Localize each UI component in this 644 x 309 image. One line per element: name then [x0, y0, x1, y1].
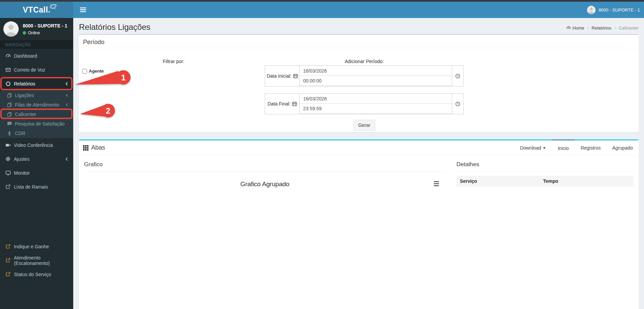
sidebar-item-label: Filas de Atendimento — [15, 102, 59, 108]
external-link-icon — [5, 258, 11, 263]
sidebar-item-dashboard[interactable]: Dashboard — [0, 49, 73, 63]
status-label: Online — [28, 31, 40, 35]
breadcrumb: Home > Relatórios > Callcenter — [566, 25, 639, 31]
chart-context-menu-icon[interactable] — [434, 181, 439, 187]
grafico-section-title: Grafico — [84, 159, 446, 172]
sidebar-item-label: CDR — [15, 131, 25, 136]
sidebar-item-video-conferencia[interactable]: Video Conferência — [0, 138, 73, 152]
tab-bar: Download Inicio Registros Agrupado — [514, 139, 639, 154]
files-icon — [7, 112, 12, 117]
chevron-left-icon — [66, 103, 68, 107]
sidebar-item-relatorios[interactable]: Relatórios — [0, 77, 73, 91]
chevron-left-icon — [65, 82, 68, 86]
grafico-section: Grafico Grafico Agrupado — [84, 159, 451, 288]
sidebar-item-status-do-servico[interactable]: Status do Serviço — [0, 267, 73, 281]
download-dropdown[interactable]: Download — [514, 139, 551, 154]
sidebar-item-label: Relatórios — [14, 81, 35, 86]
sidebar-item-label: Lista de Ramais — [14, 184, 48, 190]
files-icon — [7, 93, 12, 98]
grouped-chart: Grafico Agrupado — [84, 176, 446, 288]
external-link-icon — [5, 184, 11, 189]
column-header-tempo: Tempo — [540, 176, 562, 187]
sidebar-item-label: Monitor — [14, 170, 30, 176]
gauge-icon — [5, 53, 11, 59]
sidebar-item-correio-de-voz[interactable]: Correio de Voz — [0, 63, 73, 77]
nav-section-header: NAVEGAÇÃO — [0, 40, 73, 49]
grid-icon — [83, 145, 88, 151]
date-final-group: Data Final: — [265, 93, 464, 114]
sidebar-item-filas-de-atendimento[interactable]: Filas de Atendimento — [0, 100, 73, 110]
sidebar-item-lista-de-ramais[interactable]: Lista de Ramais — [0, 180, 73, 194]
sidebar-item-ligacoes[interactable]: Ligações — [0, 91, 73, 100]
tab-agrupado[interactable]: Agrupado — [606, 139, 639, 154]
dashboard-icon — [566, 26, 571, 30]
sidebar-item-label: Ligações — [15, 93, 34, 98]
gear-icon — [5, 156, 11, 161]
column-header-servico: Serviço — [457, 176, 540, 187]
user-status: Online — [23, 31, 67, 35]
chart-title: Grafico Agrupado — [84, 176, 446, 188]
sidebar-item-label: Callcenter — [15, 112, 36, 117]
detalhes-section-title: Detalhes — [457, 159, 633, 172]
sidebar-item-cdr[interactable]: CDR — [0, 129, 73, 138]
tabs-panel-title: Abas — [91, 144, 105, 151]
sidebar: 8000 - SUPORTE - 1 Online NAVEGAÇÃO Dash… — [0, 18, 73, 309]
table-header-row: Serviço Tempo — [457, 176, 633, 187]
external-link-icon — [5, 272, 11, 277]
date-initial-label: Data Inicial: — [265, 66, 300, 86]
sidebar-item-label: Correio de Voz — [14, 67, 45, 73]
generate-button[interactable]: Gerar — [354, 120, 375, 131]
clock-icon[interactable] — [452, 94, 463, 114]
chevron-left-icon — [65, 157, 68, 161]
calendar-icon[interactable] — [292, 101, 297, 106]
detalhes-table: Serviço Tempo — [457, 176, 633, 187]
breadcrumb-separator: > — [587, 25, 589, 31]
date-initial-group: Data Inicial: — [265, 65, 464, 86]
app-logo[interactable]: VTCall. — [0, 2, 73, 18]
date-final-time-input[interactable] — [300, 104, 452, 114]
sidebar-toggle-icon[interactable] — [78, 5, 88, 14]
relatorios-submenu: Ligações Filas de Atendimento Callcenter — [0, 91, 73, 138]
breadcrumb-home[interactable]: Home — [566, 25, 584, 31]
tab-registros[interactable]: Registros — [575, 139, 606, 154]
sidebar-external-links: Indique e Ganhe Atendimento (Escalonamen… — [0, 239, 73, 281]
logo-text: VTCall. — [23, 5, 50, 15]
calendar-icon[interactable] — [293, 74, 298, 78]
files-icon — [7, 102, 12, 107]
tabs-panel: Abas Download Inicio Registros Agrupado … — [79, 139, 639, 309]
avatar — [3, 21, 19, 37]
sidebar-item-monitor[interactable]: Monitor — [0, 166, 73, 180]
caret-down-icon — [543, 147, 546, 149]
main-header: VTCall. 8000 - SUPORTE - 1 — [0, 2, 644, 18]
period-panel: Período Filtrar por: Agente Adicionar Pe… — [79, 34, 639, 132]
filter-by-label: Filtrar por: — [82, 59, 265, 64]
sidebar-user-panel: 8000 - SUPORTE - 1 Online — [0, 18, 73, 40]
date-initial-date-input[interactable] — [300, 66, 452, 76]
tab-inicio[interactable]: Inicio — [551, 139, 575, 155]
breadcrumb-relatorios[interactable]: Relatórios — [591, 25, 611, 31]
agent-checkbox[interactable] — [82, 69, 87, 74]
clock-icon[interactable] — [452, 66, 463, 86]
sidebar-item-atendimento-escalonamento[interactable]: Atendimento (Escalonamento) — [0, 253, 73, 267]
globe-icon — [49, 3, 57, 10]
sidebar-item-pesquisa-de-satisfacao[interactable]: Pesquisa de Satisfação — [0, 119, 73, 129]
user-menu[interactable]: 8000 - SUPORTE - 1 — [587, 6, 640, 14]
chevron-left-icon — [66, 94, 68, 97]
period-panel-title: Período — [79, 35, 639, 50]
sidebar-item-callcenter[interactable]: Callcenter — [0, 110, 73, 119]
survey-icon — [7, 121, 12, 126]
circle-icon — [5, 81, 11, 86]
envelope-icon — [5, 67, 11, 73]
microphone-icon — [7, 131, 12, 136]
page-title: Relatórios Ligações — [79, 22, 150, 32]
date-initial-time-input[interactable] — [300, 76, 452, 86]
date-final-date-input[interactable] — [300, 94, 452, 104]
sidebar-user-name: 8000 - SUPORTE - 1 — [23, 23, 67, 28]
sidebar-item-label: Indique e Ganhe — [14, 244, 49, 249]
sidebar-item-label: Status do Serviço — [14, 272, 51, 277]
breadcrumb-current: Callcenter — [619, 25, 639, 31]
external-link-icon — [5, 244, 11, 249]
agent-checkbox-label[interactable]: Agente — [89, 69, 104, 74]
sidebar-item-ajustes[interactable]: Ajustes — [0, 152, 73, 166]
sidebar-item-indique-e-ganhe[interactable]: Indique e Ganhe — [0, 239, 73, 253]
